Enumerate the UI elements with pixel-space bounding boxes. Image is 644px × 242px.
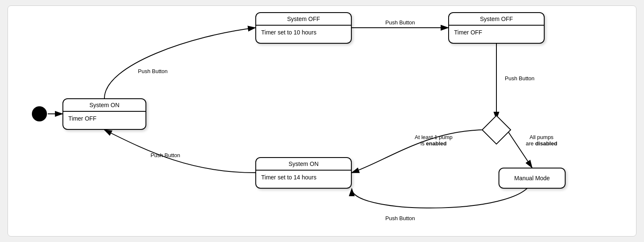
initial-state — [32, 106, 47, 121]
state-body-system-on-timer-off: Timer OFF — [63, 112, 145, 125]
state-body-system-on-timer-14: Timer set to 14 hours — [256, 171, 351, 184]
state-title-system-off-timer-10: System OFF — [256, 13, 351, 26]
state-system-off-timer-10: System OFF Timer set to 10 hours — [255, 12, 352, 44]
state-title-system-off-timer-off: System OFF — [449, 13, 544, 26]
label-push-button-1: Push Button — [138, 68, 168, 74]
diagram-container: System ON Timer OFF System OFF Timer set… — [8, 5, 636, 237]
state-system-off-timer-off: System OFF Timer OFF — [448, 12, 545, 44]
state-system-on-timer-14: System ON Timer set to 14 hours — [255, 157, 352, 189]
state-body-system-off-timer-off: Timer OFF — [449, 26, 544, 39]
label-all-pumps-text: All pumps — [530, 134, 553, 140]
state-title-manual-mode: Manual Mode — [514, 175, 550, 182]
decision-diamond — [482, 115, 512, 145]
label-at-least-1-pump-text: At least 1 pump — [415, 134, 452, 140]
label-all-pumps: All pumps are disabled — [526, 134, 557, 147]
state-system-on-timer-off: System ON Timer OFF — [62, 98, 146, 130]
label-is-enabled: is enabled — [421, 140, 447, 147]
state-title-system-on-timer-14: System ON — [256, 158, 351, 171]
label-push-button-5: Push Button — [385, 215, 415, 221]
state-body-system-off-timer-10: Timer set to 10 hours — [256, 26, 351, 39]
state-manual-mode: Manual Mode — [499, 168, 566, 189]
label-push-button-3: Push Button — [505, 75, 535, 82]
label-at-least-1-pump: At least 1 pump is enabled — [415, 134, 452, 147]
label-push-button-2: Push Button — [385, 19, 415, 26]
label-push-button-4: Push Button — [151, 152, 180, 158]
label-are-disabled: are disabled — [526, 140, 557, 147]
state-title-system-on-timer-off: System ON — [63, 99, 145, 112]
